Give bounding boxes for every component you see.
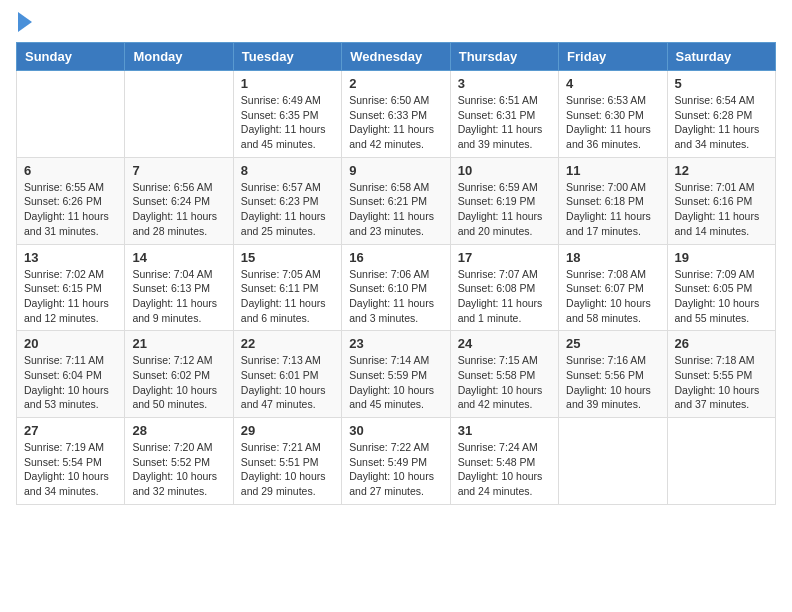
day-number: 7 [132, 163, 225, 178]
calendar-cell [667, 418, 775, 505]
calendar-cell: 12Sunrise: 7:01 AMSunset: 6:16 PMDayligh… [667, 157, 775, 244]
day-number: 26 [675, 336, 768, 351]
day-number: 20 [24, 336, 117, 351]
day-info: Sunrise: 7:04 AMSunset: 6:13 PMDaylight:… [132, 267, 225, 326]
calendar-cell: 29Sunrise: 7:21 AMSunset: 5:51 PMDayligh… [233, 418, 341, 505]
day-number: 16 [349, 250, 442, 265]
day-info: Sunrise: 7:13 AMSunset: 6:01 PMDaylight:… [241, 353, 334, 412]
day-info: Sunrise: 6:56 AMSunset: 6:24 PMDaylight:… [132, 180, 225, 239]
day-info: Sunrise: 6:49 AMSunset: 6:35 PMDaylight:… [241, 93, 334, 152]
day-info: Sunrise: 7:19 AMSunset: 5:54 PMDaylight:… [24, 440, 117, 499]
day-info: Sunrise: 7:24 AMSunset: 5:48 PMDaylight:… [458, 440, 551, 499]
day-header-wednesday: Wednesday [342, 43, 450, 71]
page-header [16, 16, 776, 32]
day-number: 12 [675, 163, 768, 178]
day-number: 19 [675, 250, 768, 265]
day-info: Sunrise: 7:16 AMSunset: 5:56 PMDaylight:… [566, 353, 659, 412]
calendar-cell: 9Sunrise: 6:58 AMSunset: 6:21 PMDaylight… [342, 157, 450, 244]
day-info: Sunrise: 6:55 AMSunset: 6:26 PMDaylight:… [24, 180, 117, 239]
day-info: Sunrise: 7:20 AMSunset: 5:52 PMDaylight:… [132, 440, 225, 499]
day-info: Sunrise: 7:08 AMSunset: 6:07 PMDaylight:… [566, 267, 659, 326]
calendar-cell: 22Sunrise: 7:13 AMSunset: 6:01 PMDayligh… [233, 331, 341, 418]
day-number: 25 [566, 336, 659, 351]
calendar-cell: 16Sunrise: 7:06 AMSunset: 6:10 PMDayligh… [342, 244, 450, 331]
day-number: 29 [241, 423, 334, 438]
calendar-cell [559, 418, 667, 505]
calendar-cell: 1Sunrise: 6:49 AMSunset: 6:35 PMDaylight… [233, 71, 341, 158]
day-number: 17 [458, 250, 551, 265]
calendar-cell: 17Sunrise: 7:07 AMSunset: 6:08 PMDayligh… [450, 244, 558, 331]
day-info: Sunrise: 7:18 AMSunset: 5:55 PMDaylight:… [675, 353, 768, 412]
day-header-tuesday: Tuesday [233, 43, 341, 71]
day-number: 4 [566, 76, 659, 91]
calendar-cell: 24Sunrise: 7:15 AMSunset: 5:58 PMDayligh… [450, 331, 558, 418]
day-number: 9 [349, 163, 442, 178]
day-number: 21 [132, 336, 225, 351]
day-number: 14 [132, 250, 225, 265]
calendar-cell: 18Sunrise: 7:08 AMSunset: 6:07 PMDayligh… [559, 244, 667, 331]
day-header-friday: Friday [559, 43, 667, 71]
calendar-cell: 15Sunrise: 7:05 AMSunset: 6:11 PMDayligh… [233, 244, 341, 331]
calendar-cell: 28Sunrise: 7:20 AMSunset: 5:52 PMDayligh… [125, 418, 233, 505]
calendar-cell: 14Sunrise: 7:04 AMSunset: 6:13 PMDayligh… [125, 244, 233, 331]
day-number: 2 [349, 76, 442, 91]
calendar-cell: 6Sunrise: 6:55 AMSunset: 6:26 PMDaylight… [17, 157, 125, 244]
day-info: Sunrise: 6:54 AMSunset: 6:28 PMDaylight:… [675, 93, 768, 152]
logo [16, 16, 32, 32]
day-info: Sunrise: 7:00 AMSunset: 6:18 PMDaylight:… [566, 180, 659, 239]
day-info: Sunrise: 7:22 AMSunset: 5:49 PMDaylight:… [349, 440, 442, 499]
day-number: 3 [458, 76, 551, 91]
day-info: Sunrise: 6:50 AMSunset: 6:33 PMDaylight:… [349, 93, 442, 152]
day-info: Sunrise: 6:59 AMSunset: 6:19 PMDaylight:… [458, 180, 551, 239]
calendar-cell: 27Sunrise: 7:19 AMSunset: 5:54 PMDayligh… [17, 418, 125, 505]
day-header-sunday: Sunday [17, 43, 125, 71]
day-info: Sunrise: 7:01 AMSunset: 6:16 PMDaylight:… [675, 180, 768, 239]
day-number: 15 [241, 250, 334, 265]
calendar-cell: 30Sunrise: 7:22 AMSunset: 5:49 PMDayligh… [342, 418, 450, 505]
day-number: 11 [566, 163, 659, 178]
day-number: 5 [675, 76, 768, 91]
calendar-cell: 8Sunrise: 6:57 AMSunset: 6:23 PMDaylight… [233, 157, 341, 244]
day-info: Sunrise: 6:57 AMSunset: 6:23 PMDaylight:… [241, 180, 334, 239]
calendar-table: SundayMondayTuesdayWednesdayThursdayFrid… [16, 42, 776, 505]
calendar-week-row: 20Sunrise: 7:11 AMSunset: 6:04 PMDayligh… [17, 331, 776, 418]
day-info: Sunrise: 6:53 AMSunset: 6:30 PMDaylight:… [566, 93, 659, 152]
day-info: Sunrise: 7:15 AMSunset: 5:58 PMDaylight:… [458, 353, 551, 412]
calendar-cell: 13Sunrise: 7:02 AMSunset: 6:15 PMDayligh… [17, 244, 125, 331]
day-number: 13 [24, 250, 117, 265]
day-number: 8 [241, 163, 334, 178]
calendar-cell: 26Sunrise: 7:18 AMSunset: 5:55 PMDayligh… [667, 331, 775, 418]
day-number: 23 [349, 336, 442, 351]
day-number: 28 [132, 423, 225, 438]
day-number: 24 [458, 336, 551, 351]
calendar-cell: 20Sunrise: 7:11 AMSunset: 6:04 PMDayligh… [17, 331, 125, 418]
calendar-cell: 5Sunrise: 6:54 AMSunset: 6:28 PMDaylight… [667, 71, 775, 158]
calendar-cell: 10Sunrise: 6:59 AMSunset: 6:19 PMDayligh… [450, 157, 558, 244]
day-number: 27 [24, 423, 117, 438]
calendar-week-row: 13Sunrise: 7:02 AMSunset: 6:15 PMDayligh… [17, 244, 776, 331]
calendar-cell: 4Sunrise: 6:53 AMSunset: 6:30 PMDaylight… [559, 71, 667, 158]
day-info: Sunrise: 7:14 AMSunset: 5:59 PMDaylight:… [349, 353, 442, 412]
calendar-cell: 3Sunrise: 6:51 AMSunset: 6:31 PMDaylight… [450, 71, 558, 158]
calendar-header-row: SundayMondayTuesdayWednesdayThursdayFrid… [17, 43, 776, 71]
day-info: Sunrise: 7:11 AMSunset: 6:04 PMDaylight:… [24, 353, 117, 412]
logo-arrow-icon [18, 12, 32, 32]
day-info: Sunrise: 6:51 AMSunset: 6:31 PMDaylight:… [458, 93, 551, 152]
day-info: Sunrise: 7:02 AMSunset: 6:15 PMDaylight:… [24, 267, 117, 326]
day-info: Sunrise: 7:09 AMSunset: 6:05 PMDaylight:… [675, 267, 768, 326]
day-info: Sunrise: 7:07 AMSunset: 6:08 PMDaylight:… [458, 267, 551, 326]
day-header-monday: Monday [125, 43, 233, 71]
calendar-week-row: 6Sunrise: 6:55 AMSunset: 6:26 PMDaylight… [17, 157, 776, 244]
calendar-cell [17, 71, 125, 158]
calendar-cell: 19Sunrise: 7:09 AMSunset: 6:05 PMDayligh… [667, 244, 775, 331]
day-header-saturday: Saturday [667, 43, 775, 71]
calendar-cell: 2Sunrise: 6:50 AMSunset: 6:33 PMDaylight… [342, 71, 450, 158]
calendar-week-row: 27Sunrise: 7:19 AMSunset: 5:54 PMDayligh… [17, 418, 776, 505]
calendar-cell: 31Sunrise: 7:24 AMSunset: 5:48 PMDayligh… [450, 418, 558, 505]
day-number: 31 [458, 423, 551, 438]
day-info: Sunrise: 6:58 AMSunset: 6:21 PMDaylight:… [349, 180, 442, 239]
calendar-cell: 21Sunrise: 7:12 AMSunset: 6:02 PMDayligh… [125, 331, 233, 418]
calendar-week-row: 1Sunrise: 6:49 AMSunset: 6:35 PMDaylight… [17, 71, 776, 158]
calendar-cell: 11Sunrise: 7:00 AMSunset: 6:18 PMDayligh… [559, 157, 667, 244]
day-info: Sunrise: 7:06 AMSunset: 6:10 PMDaylight:… [349, 267, 442, 326]
